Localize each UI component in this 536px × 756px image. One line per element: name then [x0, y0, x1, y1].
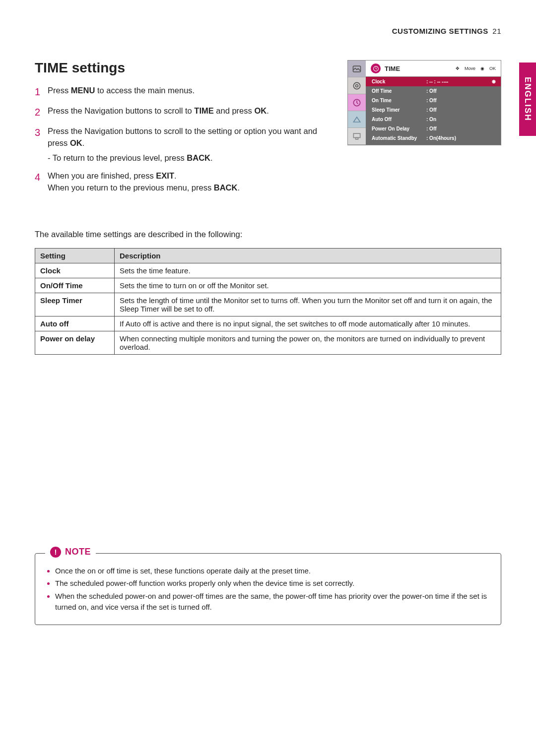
svg-rect-5: [356, 137, 358, 139]
page-number: 21: [492, 27, 501, 35]
note-icon: !: [50, 547, 61, 558]
osd-sidebar: [348, 61, 366, 145]
list-item: Once the on or off time is set, these fu…: [55, 566, 490, 576]
step-number: 3: [35, 126, 48, 149]
table-row: On/Off Time Sets the time to turn on or …: [35, 278, 501, 293]
table-row: Power on delay When connecting multiple …: [35, 331, 501, 354]
list-item: The scheduled power-off function works p…: [55, 578, 490, 589]
step-text: Press MENU to access the main menus.: [48, 85, 195, 99]
nav-move-icon: ✥: [456, 66, 460, 71]
note-box: ! NOTE Once the on or off time is set, t…: [35, 553, 501, 625]
osd-list: Clock -- : -- ---- Off Time Off On Time …: [366, 77, 501, 143]
step-number: 2: [35, 105, 48, 120]
time-icon: [348, 94, 366, 111]
osd-row-off-time[interactable]: Off Time Off: [366, 86, 501, 96]
th-description: Description: [115, 248, 501, 263]
osd-row-on-time[interactable]: On Time Off: [366, 96, 501, 105]
audio-icon: [348, 77, 366, 94]
option-icon: [348, 111, 366, 128]
nav-ok-label: OK: [489, 66, 496, 71]
step-text: When you are finished, press EXIT. When …: [48, 170, 240, 194]
step-text: Press the Navigation buttons to scroll t…: [48, 126, 333, 149]
osd-row-auto-off[interactable]: Auto Off On: [366, 115, 501, 124]
network-icon: [348, 128, 366, 145]
list-item: When the scheduled power-on and power-of…: [55, 591, 490, 613]
svg-point-2: [356, 84, 358, 87]
table-row: Sleep Timer Sets the length of time unti…: [35, 293, 501, 316]
step-1: 1 Press MENU to access the main menus.: [35, 85, 333, 99]
note-header: ! NOTE: [45, 547, 96, 558]
osd-title-row: TIME ✥ Move ◉ OK: [366, 61, 501, 77]
step-4: 4 When you are finished, press EXIT. Whe…: [35, 170, 333, 194]
picture-icon: [348, 61, 366, 77]
table-row: Auto off If Auto off is active and there…: [35, 316, 501, 331]
step-text: Press the Navigation buttons to scroll t…: [48, 105, 269, 120]
settings-table: Setting Description Clock Sets the time …: [35, 248, 501, 355]
osd-row-clock[interactable]: Clock -- : -- ----: [366, 77, 501, 86]
page-header: CUSTOMIZING SETTINGS 21: [35, 27, 501, 35]
note-list: Once the on or off time is set, these fu…: [46, 566, 490, 613]
clock-icon: [371, 63, 381, 73]
note-title: NOTE: [65, 547, 91, 557]
osd-row-auto-standby[interactable]: Automatic Standby On(4hours): [366, 133, 501, 143]
step-3: 3 Press the Navigation buttons to scroll…: [35, 126, 333, 149]
svg-rect-4: [353, 133, 360, 137]
osd-panel: TIME ✥ Move ◉ OK Clock -- : -- ----: [347, 60, 501, 145]
osd-title: TIME: [385, 65, 400, 72]
nav-move-label: Move: [465, 66, 475, 71]
th-setting: Setting: [35, 248, 115, 263]
step-2: 2 Press the Navigation buttons to scroll…: [35, 105, 333, 120]
intro-text: The available time settings are describe…: [35, 230, 501, 239]
osd-main: TIME ✥ Move ◉ OK Clock -- : -- ----: [366, 61, 501, 145]
page-title: TIME settings: [35, 60, 333, 76]
language-tab: ENGLISH: [519, 63, 536, 136]
step-3-sub: - To return to the previous level, press…: [48, 152, 333, 164]
table-row: Clock Sets the time feature.: [35, 263, 501, 278]
step-number: 4: [35, 170, 48, 194]
step-number: 1: [35, 85, 48, 99]
osd-row-power-on-delay[interactable]: Power On Delay Off: [366, 124, 501, 133]
osd-row-sleep-timer[interactable]: Sleep Timer Off: [366, 105, 501, 115]
svg-point-1: [353, 82, 360, 89]
section-name: CUSTOMIZING SETTINGS: [392, 27, 488, 35]
nav-ok-icon: ◉: [480, 66, 484, 71]
